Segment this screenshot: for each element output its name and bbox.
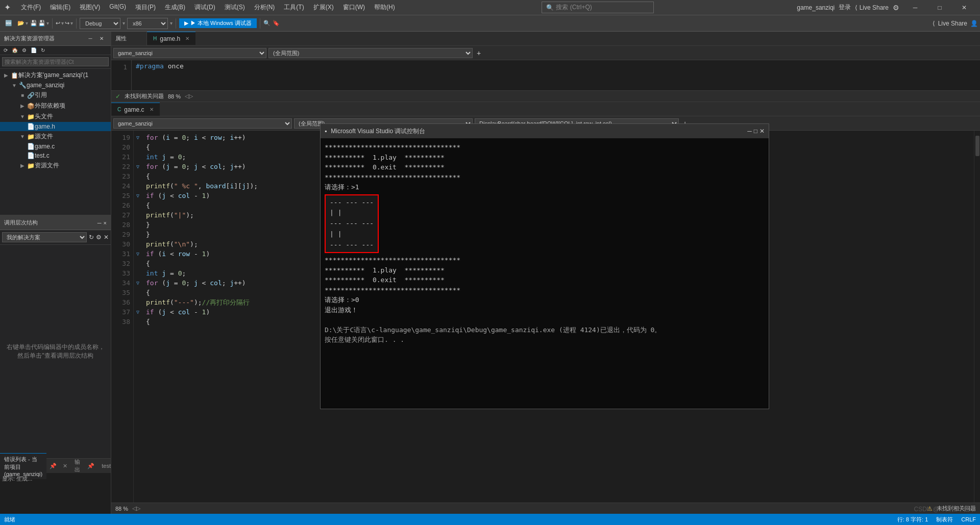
undo-dropdown[interactable]: ▾ xyxy=(61,20,64,26)
menu-git[interactable]: Git(G) xyxy=(105,1,130,14)
tree-test-c[interactable]: 📄 test.c xyxy=(0,151,111,160)
login-button[interactable]: 登录 xyxy=(839,3,851,12)
pin-button[interactable]: ─ xyxy=(85,34,95,44)
solution-search-input[interactable] xyxy=(2,57,109,66)
debug-stars-2: ********************************** xyxy=(325,172,765,183)
tree-game-h[interactable]: 📄 game.h xyxy=(0,122,111,131)
res-label: 资源文件 xyxy=(35,161,59,170)
debug-config-select[interactable]: Debug xyxy=(80,18,120,29)
config-dropdown[interactable]: ▾ xyxy=(122,20,125,26)
bookmark-button[interactable]: 🔖 xyxy=(273,20,280,27)
live-share-button[interactable]: ⟨ Live Share xyxy=(855,4,889,11)
call-panel-close[interactable]: ✕ xyxy=(104,234,109,241)
menu-view[interactable]: 视图(V) xyxy=(76,1,104,14)
call-refresh-button[interactable]: ↻ xyxy=(89,234,94,241)
menu-window[interactable]: 窗口(W) xyxy=(339,1,369,14)
separator-2 xyxy=(76,18,77,29)
game-h-tab-close[interactable]: ✕ xyxy=(185,36,189,41)
tree-references[interactable]: ■ 🔗 引用 xyxy=(0,90,111,101)
settings-icon[interactable]: ⚙ xyxy=(893,4,899,12)
game-h-scrollbar[interactable] xyxy=(974,60,980,90)
errors-close[interactable]: ✕ xyxy=(60,461,70,471)
platform-select[interactable]: x86 xyxy=(127,18,168,29)
top-scope-full-select[interactable]: (全局范围) xyxy=(268,48,473,58)
debug-min-button[interactable]: ─ xyxy=(747,128,752,135)
debug-close-msg: 按任意键关闭此窗口. . . xyxy=(325,335,765,345)
open-button[interactable]: 📂 xyxy=(17,20,24,27)
save-all-button[interactable]: 💾 xyxy=(38,20,45,27)
errors-pin[interactable]: 📌 xyxy=(46,461,60,471)
tree-game-c[interactable]: 📄 game.c xyxy=(0,142,111,151)
call-hierarchy-title: 调用层次结构 xyxy=(4,219,38,227)
run-button[interactable]: ▶ ▶ 本地 Windows 调试器 xyxy=(179,18,257,28)
menu-extensions[interactable]: 扩展(X) xyxy=(309,1,338,14)
line-numbers: 1920212223242526272829303132333435363738 xyxy=(111,131,134,503)
undo-button[interactable]: ↩ xyxy=(56,20,60,27)
save-button[interactable]: 💾 xyxy=(30,20,37,27)
open-dropdown[interactable]: ▾ xyxy=(26,20,28,26)
tree-headers[interactable]: ▼ 📁 头文件 xyxy=(0,111,111,122)
debug-close-button[interactable]: ✕ xyxy=(760,128,765,135)
menu-debug[interactable]: 调试(D) xyxy=(190,1,219,14)
code-scrollbar[interactable] xyxy=(974,131,980,503)
debug-max-button[interactable]: □ xyxy=(754,128,757,135)
tc-file-icon: 📄 xyxy=(27,152,35,159)
menu-tools[interactable]: 工具(T) xyxy=(280,1,308,14)
show-all-files-button[interactable]: 📄 xyxy=(29,47,38,54)
line-ending-status: CRLF xyxy=(961,516,976,522)
search-files-button[interactable]: 🔍 xyxy=(263,20,271,27)
game-c-tab[interactable]: C game.c ✕ xyxy=(111,103,160,116)
close-button[interactable]: ✕ xyxy=(952,0,976,15)
top-scope-select[interactable]: game_sanziqi xyxy=(113,48,266,58)
refresh-button[interactable]: ↻ xyxy=(39,47,46,54)
platform-dropdown[interactable]: ▾ xyxy=(170,20,173,26)
minimize-button[interactable]: ─ xyxy=(903,0,927,15)
call-close-button[interactable]: × xyxy=(104,220,107,226)
scrollbar-thumb[interactable] xyxy=(975,136,979,156)
save-dropdown[interactable]: ▾ xyxy=(46,20,49,26)
menu-project[interactable]: 项目(P) xyxy=(131,1,160,14)
board-row-3: --- --- --- xyxy=(330,218,374,229)
menu-test[interactable]: 测试(S) xyxy=(220,1,249,14)
share-toolbar-icon: ⟨ xyxy=(933,20,935,27)
project-name: game_sanziqi xyxy=(797,4,835,11)
redo-button[interactable]: ↪ xyxy=(65,20,69,27)
game-c-tab-close[interactable]: ✕ xyxy=(150,107,154,112)
sync-solution-button[interactable]: ⟳ xyxy=(2,47,9,54)
tree-project[interactable]: ▼ 🔧 game_sanziqi xyxy=(0,81,111,90)
call-solution-select[interactable]: 我的解决方案 xyxy=(2,232,87,242)
top-add-button[interactable]: + xyxy=(475,49,483,57)
menu-bar: 文件(F) 编辑(E) 视图(V) Git(G) 项目(P) 生成(B) 调试(… xyxy=(17,1,399,14)
redo-dropdown[interactable]: ▾ xyxy=(70,20,73,26)
call-pin-button[interactable]: ─ xyxy=(97,220,102,226)
main-zoom-label: 88 % xyxy=(115,506,128,512)
home-button[interactable]: 🏠 xyxy=(10,47,19,54)
new-file-button[interactable]: 🆕 xyxy=(2,19,15,28)
game-h-tab[interactable]: H game.h ✕ xyxy=(147,32,195,45)
search-box[interactable]: 🔍 搜索 (Ctrl+Q) xyxy=(542,2,654,13)
menu-analyze[interactable]: 分析(N) xyxy=(250,1,279,14)
menu-help[interactable]: 帮助(H) xyxy=(370,1,399,14)
tree-sources[interactable]: ▼ 📁 源文件 xyxy=(0,131,111,142)
menu-file[interactable]: 文件(F) xyxy=(17,1,45,14)
call-settings-button[interactable]: ⚙ xyxy=(96,234,102,241)
properties-icon[interactable]: ⚙ xyxy=(20,47,28,54)
solution-icon: 📋 xyxy=(10,72,18,79)
tree-external-deps[interactable]: ▶ 📦 外部依赖项 xyxy=(0,101,111,111)
solution-tree: ▶ 📋 解决方案'game_sanziqi'(1 ▼ 🔧 game_sanziq… xyxy=(0,69,111,215)
output-tab[interactable]: 输出 xyxy=(70,456,84,476)
tree-solution-root[interactable]: ▶ 📋 解决方案'game_sanziqi'(1 xyxy=(0,70,111,81)
maximize-button[interactable]: □ xyxy=(928,0,951,15)
search-icon: 🔍 xyxy=(546,4,554,11)
tree-resources[interactable]: ▶ 📁 资源文件 xyxy=(0,160,111,171)
run-icon: ▶ xyxy=(184,20,188,27)
menu-build[interactable]: 生成(B) xyxy=(161,1,189,14)
headers-icon: 📁 xyxy=(27,113,35,120)
profile-icon[interactable]: 👤 xyxy=(970,20,978,27)
panel-close-button[interactable]: ✕ xyxy=(96,34,107,44)
game-h-warn-text: 未找到相关问题 xyxy=(125,92,164,100)
live-share-label[interactable]: Live Share xyxy=(938,20,967,27)
menu-edit[interactable]: 编辑(E) xyxy=(46,1,75,14)
main-scope-select[interactable]: game_sanziqi xyxy=(113,118,292,129)
output-pin[interactable]: 📌 xyxy=(84,461,97,471)
